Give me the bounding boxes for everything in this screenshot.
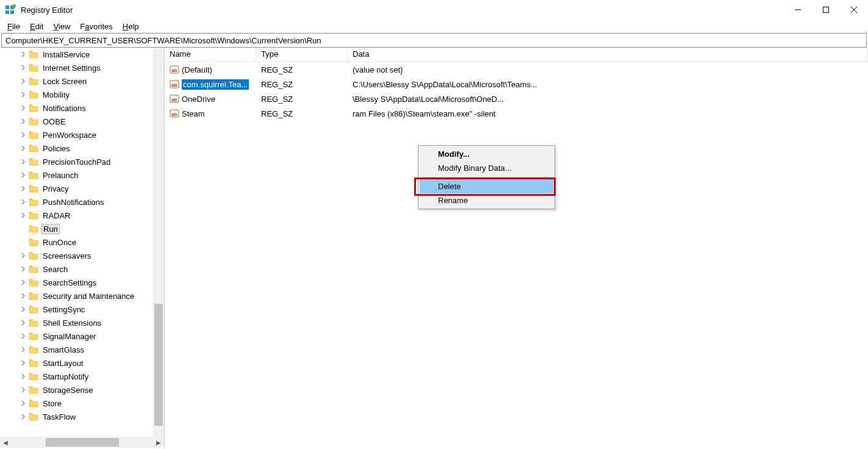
scrollbar-thumb[interactable] xyxy=(154,304,163,426)
folder-icon xyxy=(28,224,39,234)
context-menu-delete[interactable]: Delete xyxy=(420,179,553,193)
tree-item[interactable]: Mobility xyxy=(0,88,164,101)
tree-item[interactable]: StartupNotify xyxy=(0,370,164,383)
chevron-right-icon[interactable] xyxy=(20,106,27,110)
tree-item[interactable]: PrecisionTouchPad xyxy=(0,155,164,168)
value-name: com.squirrel.Tea... xyxy=(182,79,249,90)
tree-item[interactable]: Notifications xyxy=(0,101,164,115)
chevron-right-icon[interactable] xyxy=(20,414,27,419)
chevron-right-icon[interactable] xyxy=(20,347,27,352)
scroll-right-icon[interactable]: ▶ xyxy=(153,437,164,448)
chevron-right-icon[interactable] xyxy=(20,280,27,285)
tree-item[interactable]: TaskFlow xyxy=(0,410,164,423)
minimize-button[interactable] xyxy=(784,0,812,20)
folder-icon xyxy=(28,184,39,193)
folder-icon xyxy=(28,412,39,422)
list-row[interactable]: abSteamREG_SZram Files (x86)\Steam\steam… xyxy=(165,106,868,121)
tree-horizontal-scrollbar[interactable]: ◀ ▶ xyxy=(0,437,164,448)
tree-pane: InstallServiceInternet SettingsLock Scre… xyxy=(0,48,165,448)
chevron-right-icon[interactable] xyxy=(20,213,27,218)
folder-icon xyxy=(28,157,39,167)
chevron-right-icon[interactable] xyxy=(20,374,27,379)
menu-edit[interactable]: Edit xyxy=(25,21,48,32)
context-menu-modify[interactable]: Modify... xyxy=(420,147,553,161)
chevron-right-icon[interactable] xyxy=(20,253,27,258)
folder-icon xyxy=(28,103,39,113)
tree-item[interactable]: PenWorkspace xyxy=(0,128,164,142)
tree-item-label: PenWorkspace xyxy=(43,131,96,140)
tree-item[interactable]: StorageSense xyxy=(0,383,164,397)
chevron-right-icon[interactable] xyxy=(20,387,27,392)
tree-item-label: SearchSettings xyxy=(43,278,96,287)
address-text: Computer\HKEY_CURRENT_USER\SOFTWARE\Micr… xyxy=(5,36,321,45)
tree-item-label: Search xyxy=(43,265,68,274)
chevron-right-icon[interactable] xyxy=(20,361,27,365)
value-type: REG_SZ xyxy=(256,80,348,89)
chevron-right-icon[interactable] xyxy=(20,307,27,312)
folder-icon xyxy=(28,130,39,140)
context-menu-modify-binary[interactable]: Modify Binary Data... xyxy=(420,161,553,175)
maximize-button[interactable] xyxy=(812,0,840,20)
chevron-right-icon[interactable] xyxy=(20,159,27,164)
tree-item[interactable]: SmartGlass xyxy=(0,343,164,356)
svg-rect-3 xyxy=(10,10,14,14)
tree-item[interactable]: InstallService xyxy=(0,48,164,61)
column-type[interactable]: Type xyxy=(256,48,348,62)
close-button[interactable] xyxy=(840,0,868,20)
chevron-right-icon[interactable] xyxy=(20,92,27,97)
list-row[interactable]: abcom.squirrel.Tea...REG_SZC:\Users\Bles… xyxy=(165,77,868,92)
chevron-right-icon[interactable] xyxy=(20,334,27,339)
tree-item[interactable]: SettingSync xyxy=(0,303,164,316)
chevron-right-icon[interactable] xyxy=(20,65,27,70)
tree-item[interactable]: Store xyxy=(0,397,164,410)
address-bar[interactable]: Computer\HKEY_CURRENT_USER\SOFTWARE\Micr… xyxy=(1,33,867,48)
chevron-right-icon[interactable] xyxy=(20,173,27,178)
tree-item[interactable]: PushNotifications xyxy=(0,195,164,209)
tree-item-label: Security and Maintenance xyxy=(43,292,134,301)
chevron-right-icon[interactable] xyxy=(20,199,27,204)
chevron-right-icon[interactable] xyxy=(20,119,27,124)
tree-item[interactable]: SignalManager xyxy=(0,329,164,343)
menu-file[interactable]: File xyxy=(2,21,25,32)
tree-item[interactable]: Internet Settings xyxy=(0,61,164,74)
svg-point-4 xyxy=(12,4,16,8)
chevron-right-icon[interactable] xyxy=(20,267,27,271)
context-menu-rename[interactable]: Rename xyxy=(420,193,553,207)
list-row[interactable]: ab(Default)REG_SZ(value not set) xyxy=(165,62,868,77)
tree-item[interactable]: Policies xyxy=(0,142,164,155)
menu-help[interactable]: Help xyxy=(118,21,144,32)
column-data[interactable]: Data xyxy=(348,48,868,62)
menu-favorites[interactable]: Favorites xyxy=(75,21,117,32)
tree-item[interactable]: Shell Extensions xyxy=(0,316,164,329)
list-row[interactable]: abOneDriveREG_SZ\Blessy S\AppData\Local\… xyxy=(165,92,868,106)
chevron-right-icon[interactable] xyxy=(20,79,27,84)
tree-item[interactable]: SearchSettings xyxy=(0,276,164,289)
column-name[interactable]: Name xyxy=(165,48,256,62)
tree-item[interactable]: StartLayout xyxy=(0,356,164,370)
chevron-right-icon[interactable] xyxy=(20,52,27,57)
scrollbar-thumb[interactable] xyxy=(46,438,119,447)
tree-item[interactable]: Lock Screen xyxy=(0,74,164,88)
tree-item-label: Store xyxy=(43,399,62,408)
tree-item[interactable]: RADAR xyxy=(0,209,164,222)
tree-item[interactable]: Security and Maintenance xyxy=(0,289,164,303)
chevron-right-icon[interactable] xyxy=(20,320,27,325)
chevron-right-icon[interactable] xyxy=(20,132,27,137)
tree-item[interactable]: Run xyxy=(0,222,164,235)
value-type: REG_SZ xyxy=(256,109,348,118)
tree-vertical-scrollbar[interactable] xyxy=(153,48,164,437)
menu-view[interactable]: View xyxy=(48,21,75,32)
chevron-right-icon[interactable] xyxy=(20,401,27,406)
folder-icon xyxy=(28,117,39,126)
chevron-right-icon[interactable] xyxy=(20,146,27,151)
tree-item[interactable]: RunOnce xyxy=(0,235,164,249)
tree-item[interactable]: OOBE xyxy=(0,115,164,128)
scroll-left-icon[interactable]: ◀ xyxy=(0,437,11,448)
tree-item[interactable]: Prelaunch xyxy=(0,168,164,182)
tree-item-label: StartupNotify xyxy=(43,372,88,381)
chevron-right-icon[interactable] xyxy=(20,186,27,191)
tree-item[interactable]: Privacy xyxy=(0,182,164,195)
tree-item[interactable]: Search xyxy=(0,262,164,276)
tree-item[interactable]: Screensavers xyxy=(0,249,164,262)
chevron-right-icon[interactable] xyxy=(20,293,27,298)
